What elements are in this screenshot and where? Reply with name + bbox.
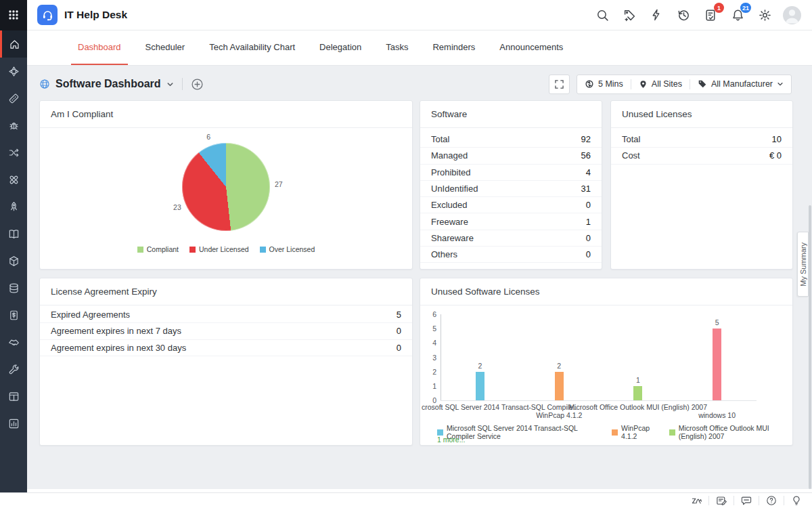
- sidebar-item-assets[interactable]: [0, 247, 27, 274]
- sidebar-item-contracts[interactable]: [0, 329, 27, 356]
- search-button[interactable]: [593, 6, 611, 24]
- chat-button[interactable]: [736, 493, 757, 508]
- add-widget-button[interactable]: [191, 78, 204, 91]
- bar-3[interactable]: [633, 386, 642, 400]
- database-icon: [8, 282, 20, 294]
- sidebar-item-changes[interactable]: [0, 139, 27, 166]
- tab-dashboard[interactable]: Dashboard: [71, 30, 128, 65]
- sidebar-item-projects[interactable]: [0, 193, 27, 220]
- sidebar-item-reports[interactable]: [0, 410, 27, 437]
- tab-scheduler[interactable]: Scheduler: [139, 30, 192, 65]
- software-row[interactable]: Prohibited4: [420, 165, 602, 181]
- helpdesk-logo[interactable]: [37, 5, 58, 25]
- sidebar-item-home[interactable]: [0, 30, 27, 58]
- tab-tech-availability-chart[interactable]: Tech Availability Chart: [202, 30, 302, 65]
- legend-item[interactable]: Microsoft Office Outlook MUI (English) 2…: [669, 424, 792, 440]
- row-value: 31: [581, 184, 591, 194]
- license-expiry-row[interactable]: Agreement expires in next 30 days0: [40, 340, 412, 356]
- app-launcher-button[interactable]: [0, 0, 27, 30]
- user-avatar[interactable]: [783, 6, 801, 24]
- feedback-button[interactable]: [711, 493, 731, 508]
- unused-licenses-table: Total10Cost€ 0: [611, 128, 792, 165]
- legend-item[interactable]: Over Licensed: [260, 245, 315, 253]
- whats-new-button[interactable]: [786, 493, 807, 508]
- software-row[interactable]: Shareware0: [420, 230, 602, 247]
- legend-label: Under Licensed: [199, 245, 249, 253]
- legend-item[interactable]: Under Licensed: [189, 245, 249, 253]
- history-button[interactable]: [675, 6, 692, 24]
- sidebar-item-board[interactable]: [0, 383, 27, 410]
- card-unused-licenses: Unused Licenses Total10Cost€ 0: [610, 100, 793, 270]
- tab-label: Delegation: [319, 42, 361, 52]
- approvals-button[interactable]: 1: [702, 6, 719, 24]
- software-row[interactable]: Others0: [420, 247, 602, 263]
- compliance-pie[interactable]: [182, 143, 270, 231]
- software-row[interactable]: UnIdentified31: [420, 181, 602, 197]
- legend-swatch: [137, 247, 143, 253]
- quick-actions-button[interactable]: [648, 6, 665, 24]
- quick-create-button[interactable]: [621, 6, 638, 24]
- bar-1[interactable]: [476, 372, 484, 400]
- sidebar-item-purchase[interactable]: [0, 301, 27, 329]
- manufacturer-select[interactable]: All Manufacturer: [698, 79, 784, 89]
- shuffle-icon: [8, 147, 20, 158]
- sidebar-item-requests[interactable]: [0, 85, 27, 112]
- bulb-icon: [791, 495, 802, 506]
- software-row[interactable]: Managed56: [420, 148, 602, 164]
- help-icon: [766, 495, 777, 506]
- legend-label: Microsoft Office Outlook MUI (English) 2…: [679, 424, 792, 440]
- sidebar-item-problems[interactable]: [0, 112, 27, 139]
- tab-tasks[interactable]: Tasks: [379, 30, 415, 65]
- card-title: Unused Software Licenses: [420, 278, 792, 305]
- row-label: Expired Agreements: [51, 310, 130, 320]
- unused-licenses-row[interactable]: Cost€ 0: [611, 148, 792, 164]
- license-expiry-row[interactable]: Expired Agreements5: [40, 307, 412, 323]
- vertical-scrollbar[interactable]: [809, 205, 811, 489]
- refresh-icon: [585, 79, 594, 89]
- tab-announcements[interactable]: Announcements: [493, 30, 570, 65]
- site-select[interactable]: All Sites: [639, 79, 682, 89]
- headset-icon: [41, 9, 54, 22]
- sidebar-item-solutions[interactable]: [0, 220, 27, 247]
- legend-more-link[interactable]: 1 more...: [437, 436, 465, 444]
- tab-reminders[interactable]: Reminders: [426, 30, 482, 65]
- row-label: Total: [431, 134, 449, 144]
- software-row[interactable]: Freeware1: [420, 213, 602, 230]
- divider: [759, 496, 759, 505]
- chevron-down-icon: [166, 81, 174, 88]
- refresh-interval-select[interactable]: 5 Mins: [585, 79, 623, 89]
- card-title: License Agreement Expiry: [40, 278, 412, 305]
- sidebar-item-releases[interactable]: [0, 166, 27, 193]
- zia-button[interactable]: [686, 493, 706, 508]
- row-label: Total: [622, 134, 640, 144]
- tab-delegation[interactable]: Delegation: [313, 30, 368, 65]
- divider: [631, 79, 631, 89]
- my-summary-tab[interactable]: My Summary: [797, 232, 809, 297]
- sidebar-item-pinwheel[interactable]: [0, 58, 27, 85]
- software-row[interactable]: Excluded0: [420, 197, 602, 213]
- unused-licenses-row[interactable]: Total10: [611, 131, 792, 148]
- y-axis-line: [441, 314, 441, 400]
- purchase-icon: [8, 310, 20, 321]
- row-label: Freeware: [431, 217, 468, 227]
- legend-item[interactable]: Compliant: [137, 245, 179, 253]
- card-title: Am I Compliant: [40, 101, 412, 128]
- help-button[interactable]: [761, 493, 782, 508]
- bar-2[interactable]: [555, 372, 564, 400]
- legend-swatch: [437, 429, 443, 436]
- software-row[interactable]: Total92: [420, 131, 602, 148]
- card-am-i-compliant: Am I Compliant 27236CompliantUnder Licen…: [39, 100, 413, 270]
- sidebar-item-admin[interactable]: [0, 356, 27, 383]
- tab-label: Scheduler: [145, 42, 185, 52]
- settings-button[interactable]: [756, 6, 773, 24]
- bar-4[interactable]: [713, 329, 721, 400]
- pie-value-label: 27: [275, 180, 283, 188]
- dashboard-selector[interactable]: Software Dashboard: [39, 78, 174, 90]
- sidebar-item-cmdb[interactable]: [0, 274, 27, 301]
- license-expiry-row[interactable]: Agreement expires in next 7 days0: [40, 323, 412, 339]
- tab-label: Dashboard: [78, 42, 121, 52]
- row-label: Cost: [622, 150, 640, 161]
- notifications-button[interactable]: 21: [729, 6, 746, 24]
- legend-item[interactable]: WinPcap 4.1.2: [612, 424, 658, 440]
- fullscreen-button[interactable]: [549, 75, 570, 94]
